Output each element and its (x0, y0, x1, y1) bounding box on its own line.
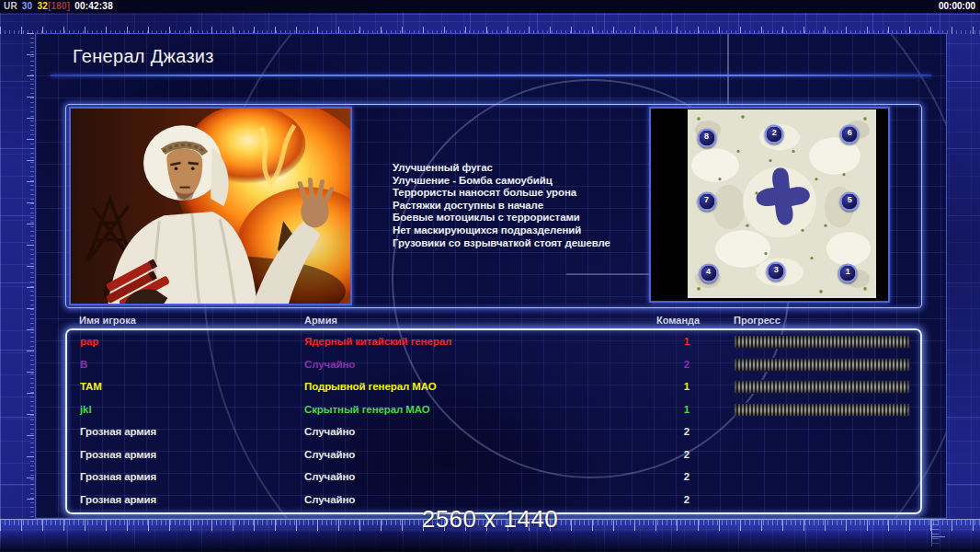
player-table-header: Имя игрока Армия Команда Прогресс (36, 315, 946, 328)
player-name: jkl (80, 404, 92, 415)
map-start-marker: 3 (767, 262, 786, 282)
column-header-team: Команда (656, 315, 700, 326)
player-army: Подрывной генерал МАО (304, 381, 437, 392)
player-name: Грозная армия (80, 471, 156, 482)
map-start-marker: 2 (765, 124, 784, 144)
player-row: papЯдерный китайский генерал1 (67, 330, 920, 353)
debug-hud-bar: UR3032[180]00:42:38 00:00:00 (0, 0, 980, 13)
bonus-line: Грузовики со взрывчаткой стоят дешевле (393, 237, 668, 250)
map-start-marker: 8 (697, 128, 716, 147)
map-start-marker: 7 (697, 192, 716, 212)
player-name: Грозная армия (80, 494, 156, 505)
player-army: Случайно (304, 494, 355, 505)
briefing-panel: Улучшенный фугасУлучшение - Бомба самоуб… (65, 104, 922, 308)
map-start-marker: 1 (838, 264, 858, 283)
player-army: Случайно (304, 359, 355, 370)
general-portrait-image (71, 109, 350, 304)
hud-segment: UR (4, 1, 17, 11)
bonus-line: Террористы наносят больше урона (393, 187, 668, 200)
hud-left-readout: UR3032[180]00:42:38 (4, 0, 118, 13)
player-army: Случайно (304, 426, 355, 437)
bonus-line: Улучшение - Бомба самоубийц (393, 175, 668, 188)
player-army: Ядерный китайский генерал (304, 336, 451, 347)
bonus-line: Улучшенный фугас (393, 162, 668, 175)
map-resolution-text: 2560 x 1440 (0, 505, 980, 534)
player-team: 1 (677, 336, 697, 347)
hud-segment: [180] (48, 1, 70, 11)
hud-segment: 32 (37, 1, 48, 11)
minimap-terrain: 82675431 (688, 109, 876, 298)
map-start-marker: 6 (840, 124, 860, 144)
hud-elapsed-time: 00:00:00 (939, 0, 975, 13)
main-panel: Генерал Джазиз (35, 33, 947, 519)
player-row: jklСкрытный генерал МАО1 (67, 398, 920, 421)
ruler-left (27, 33, 34, 517)
player-team: 1 (677, 381, 697, 392)
load-progress-bar (734, 358, 910, 372)
bonus-list: Улучшенный фугасУлучшение - Бомба самоуб… (393, 162, 668, 249)
player-row: Грозная армияСлучайно2 (67, 466, 920, 489)
map-start-marker: 4 (699, 264, 718, 283)
player-team: 1 (677, 404, 697, 415)
player-row: BСлучайно2 (67, 353, 920, 376)
bonus-line: Боевые мотоциклы с террористами (393, 212, 668, 224)
player-name: B (80, 359, 87, 370)
player-team: 2 (677, 471, 697, 482)
player-table: papЯдерный китайский генерал1BСлучайно2T… (65, 328, 922, 514)
player-army: Случайно (304, 471, 355, 482)
title-divider (51, 75, 931, 76)
bottom-fade (0, 532, 980, 552)
player-name: pap (80, 336, 98, 347)
player-army: Скрытный генерал МАО (304, 404, 430, 415)
map-start-marker: 5 (840, 192, 860, 212)
player-name: Грозная армия (80, 449, 156, 460)
player-row: Грозная армияСлучайно2 (67, 443, 920, 466)
player-row: Грозная армияСлучайно2 (67, 420, 920, 443)
reticle-crosshair-vertical (727, 34, 729, 104)
column-header-player-name: Имя игрока (79, 315, 136, 326)
hud-segment: 00:42:38 (74, 1, 113, 11)
player-army: Случайно (304, 449, 355, 460)
player-team: 2 (677, 494, 697, 505)
player-team: 2 (677, 449, 697, 460)
player-name: TAM (80, 381, 102, 392)
load-progress-bar (734, 380, 910, 394)
minimap: 82675431 (649, 107, 890, 303)
player-row: TAMПодрывной генерал МАО1 (67, 375, 920, 398)
bonus-line: Нет маскирующихся подразделений (393, 224, 668, 237)
page-title: Генерал Джазиз (73, 46, 214, 67)
bonus-line: Растяжки доступны в начале (393, 200, 668, 213)
load-progress-bar (734, 403, 910, 417)
loading-screen: UR3032[180]00:42:38 00:00:00 Генерал Джа… (0, 0, 980, 552)
hud-segment: 30 (22, 1, 33, 11)
column-header-army: Армия (304, 315, 337, 326)
player-team: 2 (677, 359, 697, 370)
column-header-progress: Прогресс (734, 315, 781, 326)
general-portrait (69, 107, 352, 305)
player-name: Грозная армия (80, 426, 156, 437)
load-progress-bar (734, 335, 910, 349)
player-team: 2 (677, 426, 697, 437)
